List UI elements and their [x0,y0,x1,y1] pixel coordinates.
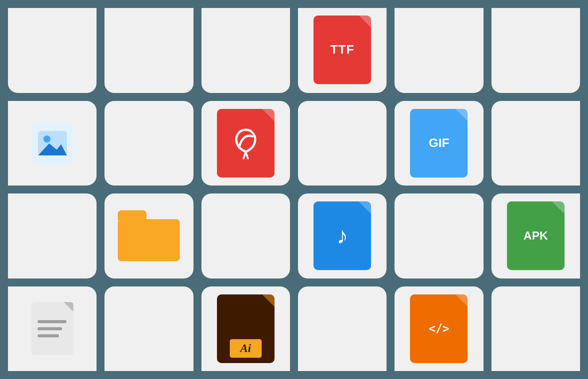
cell-r2c4 [298,101,387,186]
text-line-3 [38,334,59,337]
cell-pdf [201,101,290,186]
image-icon [31,122,74,164]
svg-point-1 [43,135,50,143]
cell-text [8,286,97,371]
cell-r4c4 [298,286,387,371]
text-file-icon [31,302,74,355]
image-svg [38,131,67,155]
cell-r4c6 [491,286,580,371]
folder-icon [118,210,180,261]
cell-r4c2 [104,286,193,371]
gif-file-icon: GIF [410,109,468,178]
music-note-symbol: ♪ [337,223,348,249]
cell-ttf: TTF [298,8,387,93]
cell-apk: APK [491,193,580,278]
ai-badge: Ai [230,339,262,358]
code-file-icon: </> [410,294,468,363]
cell-image [8,101,97,186]
cell-ai: Ai [201,286,290,371]
text-line-2 [38,327,62,330]
folder-body [118,219,180,261]
cell-r2c6 [491,101,580,186]
cell-r1c3 [201,8,290,93]
apk-label: APK [523,229,548,243]
cell-r1c5 [395,8,483,93]
apk-file-icon: APK [507,201,565,270]
ttf-file-icon: TTF [313,15,371,84]
pdf-acrobat-svg [230,125,261,161]
cell-r2c2 [104,101,193,186]
cell-audio: ♪ [298,193,387,278]
ai-file-icon: Ai [217,294,275,363]
folder-tab [118,210,147,220]
cell-r3c5 [395,193,483,278]
cell-folder [104,193,193,278]
cell-gif: GIF [395,101,483,186]
cell-r3c1 [8,193,97,278]
cell-r1c2 [104,8,193,93]
code-symbol: </> [429,322,449,335]
text-line-1 [38,320,66,323]
cell-r3c3 [201,193,290,278]
gif-label: GIF [429,136,449,150]
pdf-file-icon [217,109,275,178]
cell-r1c1 [8,8,97,93]
cell-code: </> [395,286,483,371]
ai-text: Ai [240,342,251,355]
cell-r1c6 [491,8,580,93]
audio-file-icon: ♪ [313,201,371,270]
ttf-label: TTF [330,43,354,57]
